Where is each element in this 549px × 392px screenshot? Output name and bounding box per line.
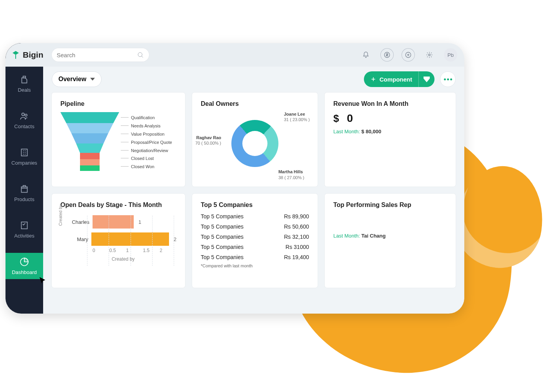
top-rep-card: Top Performing Sales Rep Last Month: Tai… xyxy=(325,194,456,288)
company-name: Top 5 Companies xyxy=(201,254,244,260)
funnel-stage-label: Closed Lost xyxy=(121,154,172,163)
add-component-label: Component xyxy=(380,76,412,83)
svg-point-4 xyxy=(22,113,25,116)
funnel-stage-label: Proposal/Price Quote xyxy=(121,138,172,147)
card-title: Top 5 Companies xyxy=(201,201,309,209)
bar-chart: Created by Charles 1 Mary 2 00.511.52 Cr… xyxy=(60,213,176,280)
funnel-stage-label: Closed Won xyxy=(121,163,172,171)
revenue-card: Revenue Won In A Month $ 0 Last Month: $… xyxy=(325,93,456,187)
svg-rect-8 xyxy=(21,222,27,229)
products-icon xyxy=(19,184,29,194)
main-content: Overview Component Pipeline xyxy=(43,43,464,314)
companies-icon xyxy=(19,147,29,158)
card-title: Deal Owners xyxy=(201,100,309,107)
top-companies-card: Top 5 Companies Top 5 Companies Rs 89,90… xyxy=(192,194,318,288)
bar-category: Charles xyxy=(70,219,89,225)
search-field[interactable] xyxy=(51,48,149,62)
revenue-value: 0 xyxy=(347,112,353,125)
company-value: Rs 50,600 xyxy=(284,223,309,230)
revenue-sub-label: Last Month: xyxy=(333,129,360,134)
card-title: Pipeline xyxy=(60,100,176,107)
svg-rect-7 xyxy=(21,187,27,192)
funnel-stage-label: Needs Analysis xyxy=(121,122,172,130)
svg-rect-6 xyxy=(21,149,27,156)
dropdown-label: Overview xyxy=(58,76,86,83)
dollar-icon xyxy=(384,51,391,58)
sidebar-item-products[interactable]: Products xyxy=(5,180,43,206)
card-title: Revenue Won In A Month xyxy=(333,100,447,107)
sidebar-nav: Deals Contacts Companies Products Activi… xyxy=(5,43,43,314)
chevron-down-icon xyxy=(90,77,95,82)
companies-table: Top 5 Companies Rs 89,900 Top 5 Companie… xyxy=(201,213,309,260)
chevron-down-icon xyxy=(424,76,430,82)
card-title: Top Performing Sales Rep xyxy=(333,201,447,209)
table-row: Top 5 Companies Rs 50,600 xyxy=(201,223,309,230)
funnel-stage-label: Qualification xyxy=(121,114,172,122)
funnel-chart xyxy=(60,112,119,179)
funnel-stage-label: Negotiation/Review xyxy=(121,147,172,155)
company-name: Top 5 Companies xyxy=(201,234,244,240)
companies-footnote: *Compared with last month xyxy=(201,263,309,268)
bell-icon xyxy=(362,51,369,58)
top-rep-sub-value: Tai Chang xyxy=(362,233,386,239)
add-component-button[interactable]: Component xyxy=(364,71,434,87)
company-name: Top 5 Companies xyxy=(201,244,244,250)
sidebar-item-companies[interactable]: Companies xyxy=(5,143,43,170)
donut-chart xyxy=(231,120,278,167)
sidebar-label: Contacts xyxy=(14,123,34,129)
page-toolbar: Overview Component xyxy=(52,71,456,87)
search-icon xyxy=(137,51,144,58)
pipeline-card: Pipeline Qualification Needs Analysis xyxy=(52,93,185,187)
sidebar-item-dashboard[interactable]: Dashboard xyxy=(5,253,43,279)
currency-button[interactable] xyxy=(380,48,394,62)
company-value: Rs 32,100 xyxy=(284,234,309,240)
settings-button[interactable] xyxy=(423,48,436,62)
open-deals-card: Open Deals by Stage - This Month Created… xyxy=(52,194,185,288)
brand-name: Bigin xyxy=(23,50,44,60)
top-bar: Bigin Pb xyxy=(5,43,464,67)
plus-icon xyxy=(370,76,376,82)
company-value: Rs 31000 xyxy=(285,244,309,250)
bar-ylabel: Created by xyxy=(58,205,63,226)
table-row: Top 5 Companies Rs 89,900 xyxy=(201,213,309,220)
deal-owners-card: Deal Owners Joane Lee31 ( 23.00% ) Marth… xyxy=(192,93,318,187)
sidebar-item-deals[interactable]: Deals xyxy=(5,71,43,97)
app-window: Bigin Pb Deals Contacts Companies Produc… xyxy=(5,43,464,314)
donut-label-joane: Joane Lee31 ( 23.00% ) xyxy=(284,111,310,123)
notifications-button[interactable] xyxy=(359,48,373,62)
donut-label-raghav: Raghav Rao70 ( 50.00% ) xyxy=(195,135,221,146)
search-input[interactable] xyxy=(57,52,137,58)
sidebar-item-contacts[interactable]: Contacts xyxy=(5,107,43,133)
svg-point-0 xyxy=(138,53,142,57)
sidebar-label: Deals xyxy=(18,87,31,93)
revenue-currency: $ xyxy=(333,113,339,125)
table-row: Top 5 Companies Rs 19,400 xyxy=(201,254,309,260)
plus-icon xyxy=(405,51,412,58)
revenue-sub-value: $ 80,000 xyxy=(362,129,382,134)
sidebar-item-activities[interactable]: Activities xyxy=(5,216,43,243)
view-dropdown[interactable]: Overview xyxy=(52,71,102,87)
sidebar-label: Dashboard xyxy=(12,269,37,275)
gear-icon xyxy=(426,51,433,58)
funnel-stage-label: Value Proposition xyxy=(121,130,172,138)
sidebar-label: Companies xyxy=(11,160,37,166)
donut-label-martha: Martha Hills38 ( 27.00% ) xyxy=(278,169,304,180)
company-value: Rs 89,900 xyxy=(284,213,309,220)
company-name: Top 5 Companies xyxy=(201,223,244,230)
table-row: Top 5 Companies Rs 32,100 xyxy=(201,234,309,240)
company-name: Top 5 Companies xyxy=(201,213,244,220)
sidebar-label: Products xyxy=(14,196,34,202)
brand-logo-icon xyxy=(11,50,20,60)
add-button[interactable] xyxy=(402,48,415,62)
brand: Bigin xyxy=(11,50,44,60)
user-avatar[interactable]: Pb xyxy=(444,48,457,62)
dashboard-icon xyxy=(19,257,29,267)
sidebar-label: Activities xyxy=(14,233,34,239)
svg-point-3 xyxy=(429,54,431,56)
svg-point-5 xyxy=(25,114,27,116)
bar-category: Mary xyxy=(70,236,88,242)
activities-icon xyxy=(19,220,29,230)
more-actions-button[interactable] xyxy=(440,71,456,87)
top-rep-sub-label: Last Month: xyxy=(333,233,360,239)
contacts-icon xyxy=(19,111,29,121)
